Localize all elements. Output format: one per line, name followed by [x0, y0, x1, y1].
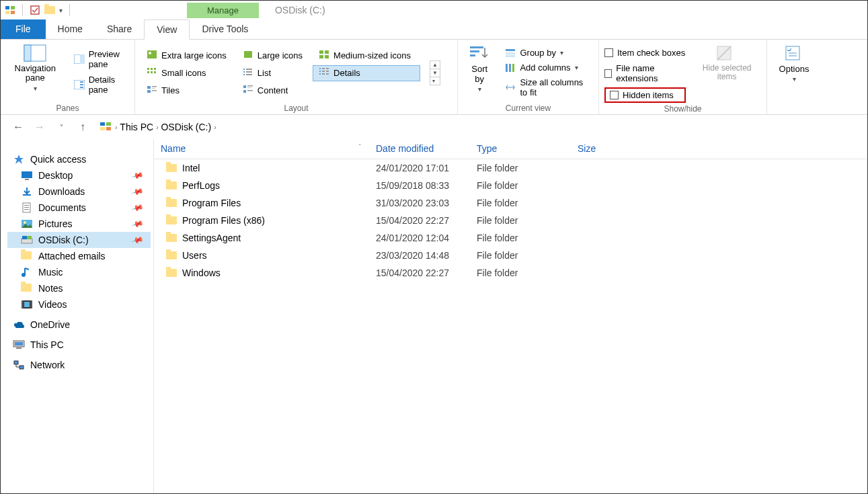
- layout-content[interactable]: Content: [237, 83, 309, 99]
- svg-rect-16: [319, 50, 323, 54]
- svg-rect-52: [470, 50, 479, 52]
- scroll-down-icon[interactable]: ▼: [430, 69, 440, 77]
- drive-icon: [21, 235, 33, 245]
- svg-rect-67: [22, 171, 32, 178]
- file-row[interactable]: Windows15/04/2020 22:27File folder: [154, 264, 867, 282]
- pin-icon: 📌: [131, 185, 145, 198]
- navpane-quick-access[interactable]: Quick access: [7, 151, 151, 167]
- layout-tiles[interactable]: Tiles: [141, 83, 233, 99]
- tab-file[interactable]: File: [1, 19, 46, 39]
- qat-customize-chevron[interactable]: ▾: [59, 7, 63, 14]
- navpane-network[interactable]: Network: [7, 357, 151, 373]
- navpane-music[interactable]: Music: [7, 264, 151, 280]
- chevron-right-icon[interactable]: ›: [156, 124, 158, 131]
- navpane-attached-emails[interactable]: Attached emails: [7, 248, 151, 264]
- navpane-notes[interactable]: Notes: [7, 280, 151, 296]
- file-date: 24/01/2020 12:04: [369, 233, 470, 243]
- navpane-pictures[interactable]: Pictures📌: [7, 216, 151, 232]
- scroll-up-icon[interactable]: ▲: [430, 61, 440, 69]
- forward-button[interactable]: →: [32, 119, 48, 135]
- navigation-pane[interactable]: Quick access Desktop📌 Downloads📌 Documen…: [1, 139, 154, 493]
- svg-rect-64: [106, 122, 111, 126]
- back-button[interactable]: ←: [10, 119, 26, 135]
- preview-pane-button[interactable]: Preview pane: [71, 48, 129, 71]
- layout-group-label: Layout: [141, 102, 452, 113]
- svg-rect-18: [319, 55, 323, 58]
- up-button[interactable]: ↑: [75, 119, 91, 135]
- tab-home[interactable]: Home: [46, 19, 95, 39]
- sort-by-button[interactable]: Sort by ▾: [463, 44, 496, 93]
- address-bar[interactable]: › This PC › OSDisk (C:) ›: [96, 120, 221, 135]
- navigation-pane-label: Navigation pane: [10, 64, 61, 83]
- file-row[interactable]: Program Files (x86)15/04/2020 22:27File …: [154, 212, 867, 229]
- size-columns-button[interactable]: Size all columns to fit: [502, 76, 593, 99]
- item-check-boxes-checkbox[interactable]: Item check boxes: [604, 46, 686, 59]
- svg-rect-77: [22, 236, 27, 239]
- tab-share[interactable]: Share: [95, 19, 144, 39]
- navpane-documents[interactable]: Documents📌: [7, 200, 151, 216]
- hidden-items-checkbox[interactable]: Hidden items: [604, 87, 686, 103]
- file-row[interactable]: Intel24/01/2020 17:01File folder: [154, 159, 867, 177]
- breadcrumb-this-pc[interactable]: This PC: [120, 122, 153, 132]
- ribbon-group-options: Options ▾: [767, 40, 821, 114]
- navpane-downloads[interactable]: Downloads📌: [7, 183, 151, 200]
- chevron-right-icon[interactable]: ›: [115, 124, 117, 131]
- file-date: 15/04/2020 22:27: [369, 267, 470, 278]
- svg-rect-50: [247, 90, 253, 91]
- svg-rect-36: [322, 71, 325, 72]
- new-folder-icon[interactable]: [44, 6, 55, 14]
- group-by-button[interactable]: Group by ▾: [502, 46, 593, 59]
- hide-selected-label: Hide selected items: [697, 64, 757, 81]
- details-pane-button[interactable]: Details pane: [71, 73, 129, 96]
- file-row[interactable]: SettingsAgent24/01/2020 12:04File folder: [154, 229, 867, 247]
- layout-small-icons[interactable]: Small icons: [141, 65, 233, 81]
- tab-view[interactable]: View: [144, 19, 190, 40]
- checkbox-icon: [604, 48, 613, 57]
- ribbon-group-show-hide: Item check boxes File name extensions Hi…: [599, 40, 767, 114]
- breadcrumb-location[interactable]: OSDisk (C:): [161, 122, 211, 132]
- column-type[interactable]: Type: [470, 139, 571, 159]
- navigation-pane-icon: [23, 44, 47, 63]
- file-row[interactable]: Users23/03/2020 14:48File folder: [154, 247, 867, 264]
- gallery-expand-icon[interactable]: ▾: [430, 77, 440, 85]
- svg-rect-13: [147, 50, 157, 58]
- chevron-down-icon: ▾: [560, 49, 563, 56]
- file-row[interactable]: Program Files31/03/2020 23:03File folder: [154, 194, 867, 212]
- recent-locations-button[interactable]: ˅: [53, 119, 69, 135]
- navigation-pane-button[interactable]: Navigation pane ▾: [6, 44, 65, 92]
- titlebar: ▾ Manage OSDisk (C:): [1, 1, 867, 19]
- tab-drive-tools[interactable]: Drive Tools: [190, 19, 260, 39]
- file-row[interactable]: PerfLogs15/09/2018 08:33File folder: [154, 177, 867, 194]
- svg-rect-83: [24, 302, 30, 307]
- svg-rect-53: [470, 54, 475, 56]
- layout-large-icons[interactable]: Large icons: [237, 48, 309, 64]
- svg-rect-15: [244, 51, 252, 58]
- navpane-videos[interactable]: Videos: [7, 296, 151, 313]
- column-name[interactable]: Name ˄: [154, 139, 369, 159]
- file-date: 23/03/2020 14:48: [369, 250, 470, 261]
- options-button[interactable]: Options ▾: [775, 44, 814, 83]
- navpane-onedrive[interactable]: OneDrive: [7, 317, 151, 333]
- navpane-desktop[interactable]: Desktop📌: [7, 167, 151, 183]
- layout-extra-large-icons[interactable]: Extra large icons: [141, 48, 233, 64]
- svg-rect-8: [80, 54, 85, 64]
- layout-details[interactable]: Details: [313, 65, 420, 81]
- layout-medium-icons[interactable]: Medium-sized icons: [313, 48, 420, 64]
- svg-rect-76: [22, 239, 32, 243]
- file-date: 24/01/2020 17:01: [369, 163, 470, 173]
- file-type: File folder: [470, 215, 571, 226]
- layout-list[interactable]: List: [237, 65, 309, 81]
- file-name-extensions-checkbox[interactable]: File name extensions: [604, 62, 686, 85]
- column-date-modified[interactable]: Date modified: [369, 139, 470, 159]
- chevron-right-icon[interactable]: ›: [214, 124, 216, 131]
- hide-selected-items-button: Hide selected items: [693, 44, 761, 81]
- layout-gallery-scroll[interactable]: ▲ ▼ ▾: [430, 60, 440, 85]
- navpane-osdisk[interactable]: OSDisk (C:)📌: [7, 232, 151, 248]
- add-columns-button[interactable]: Add columns ▾: [502, 61, 593, 74]
- properties-icon[interactable]: [30, 5, 40, 15]
- content-icon: [243, 85, 253, 96]
- svg-rect-29: [246, 71, 252, 73]
- navpane-this-pc[interactable]: This PC: [7, 337, 151, 353]
- column-size[interactable]: Size: [571, 139, 652, 159]
- manage-context-tab[interactable]: Manage: [187, 3, 259, 18]
